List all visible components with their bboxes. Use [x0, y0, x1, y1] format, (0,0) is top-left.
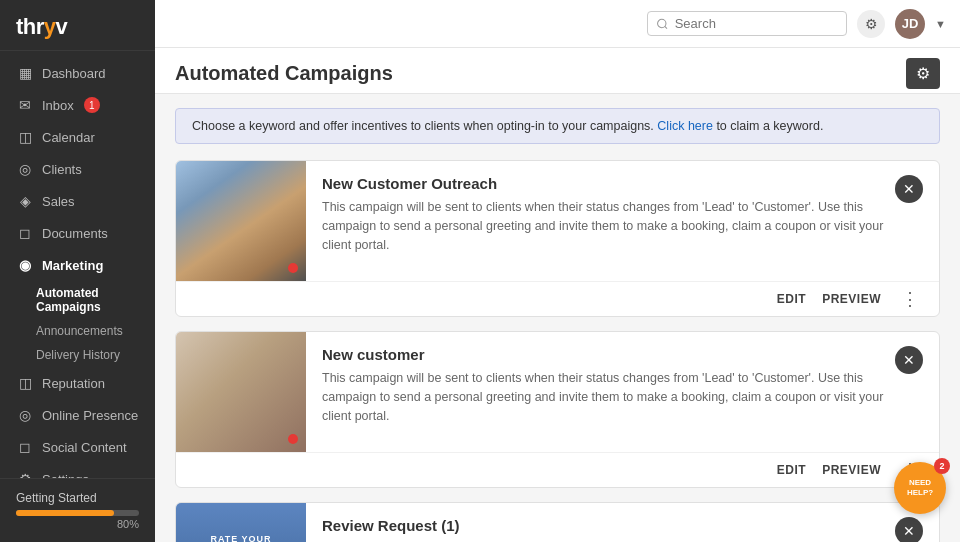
subnav-automated-campaigns[interactable]: Automated Campaigns — [36, 281, 155, 319]
campaign-top-row: New Customer Outreach This campaign will… — [322, 175, 923, 254]
campaign-title: New customer — [322, 346, 885, 363]
marketing-icon: ◉ — [16, 256, 34, 274]
sidebar-item-dashboard[interactable]: ▦ Dashboard — [0, 57, 155, 89]
sidebar-item-label: Sales — [42, 194, 75, 209]
sidebar-item-label: Social Content — [42, 440, 127, 455]
marketing-subnav: Automated Campaigns Announcements Delive… — [0, 281, 155, 367]
sidebar-item-label: Online Presence — [42, 408, 138, 423]
progress-bar-fill — [16, 510, 114, 516]
sidebar-nav: ▦ Dashboard ✉ Inbox 1 ◫ Calendar ◎ Clien… — [0, 51, 155, 478]
sidebar-item-label: Clients — [42, 162, 82, 177]
sidebar-item-label: Reputation — [42, 376, 105, 391]
preview-button[interactable]: PREVIEW — [822, 463, 881, 477]
content-inner: Choose a keyword and offer incentives to… — [155, 108, 960, 542]
online-presence-icon: ◎ — [16, 406, 34, 424]
calendar-icon: ◫ — [16, 128, 34, 146]
campaign-image-grooming — [176, 332, 306, 452]
edit-button[interactable]: EDIT — [777, 463, 806, 477]
campaign-top-row: Review Request (1) This campaign will be… — [322, 517, 923, 542]
clients-icon: ◎ — [16, 160, 34, 178]
search-icon — [656, 17, 669, 31]
page-title: Automated Campaigns — [175, 62, 393, 85]
sidebar-item-settings[interactable]: ⚙ Settings — [0, 463, 155, 478]
campaign-footer: EDIT PREVIEW ⋮ — [176, 281, 939, 316]
campaign-toggle[interactable]: ✕ — [895, 346, 923, 374]
search-box[interactable] — [647, 11, 847, 36]
campaign-info: New customer This campaign will be sent … — [306, 332, 939, 452]
banner-suffix: to claim a keyword. — [713, 119, 823, 133]
content-area: Automated Campaigns ⚙ Choose a keyword a… — [155, 48, 960, 542]
sidebar-item-online-presence[interactable]: ◎ Online Presence — [0, 399, 155, 431]
progress-percentage: 80% — [16, 518, 139, 530]
need-help-button[interactable]: 2 NEEDHELP? — [894, 462, 946, 514]
edit-button[interactable]: EDIT — [777, 292, 806, 306]
campaign-card-new-customer-outreach: New Customer Outreach This campaign will… — [175, 160, 940, 317]
reputation-icon: ◫ — [16, 374, 34, 392]
subnav-delivery-history[interactable]: Delivery History — [36, 343, 155, 367]
sidebar-item-label: Documents — [42, 226, 108, 241]
sidebar-item-documents[interactable]: ◻ Documents — [0, 217, 155, 249]
logo-area: thryv — [0, 0, 155, 51]
campaign-body: New Customer Outreach This campaign will… — [176, 161, 939, 281]
campaign-toggle[interactable]: ✕ — [895, 175, 923, 203]
sidebar-item-sales[interactable]: ◈ Sales — [0, 185, 155, 217]
campaign-body: New customer This campaign will be sent … — [176, 332, 939, 452]
campaign-info: New Customer Outreach This campaign will… — [306, 161, 939, 281]
sidebar-item-clients[interactable]: ◎ Clients — [0, 153, 155, 185]
settings-icon: ⚙ — [16, 470, 34, 478]
campaign-title: New Customer Outreach — [322, 175, 885, 192]
campaign-title: Review Request (1) — [322, 517, 885, 534]
preview-button[interactable]: PREVIEW — [822, 292, 881, 306]
info-banner: Choose a keyword and offer incentives to… — [175, 108, 940, 144]
settings-topbar-button[interactable]: ⚙ — [857, 10, 885, 38]
campaign-body: RATE YOUR EXPERIENCE ★★★★★ Submit Review… — [176, 503, 939, 542]
sidebar-item-inbox[interactable]: ✉ Inbox 1 — [0, 89, 155, 121]
status-dot — [288, 263, 298, 273]
sidebar: thryv ▦ Dashboard ✉ Inbox 1 ◫ Calendar ◎… — [0, 0, 155, 542]
campaign-image-dogs — [176, 161, 306, 281]
dashboard-icon: ▦ — [16, 64, 34, 82]
svg-line-1 — [665, 26, 667, 28]
campaign-card-new-customer: New customer This campaign will be sent … — [175, 331, 940, 488]
documents-icon: ◻ — [16, 224, 34, 242]
rate-title: RATE YOUR EXPERIENCE — [188, 534, 294, 543]
svg-point-0 — [658, 19, 666, 27]
campaign-toggle[interactable]: ✕ — [895, 517, 923, 542]
sidebar-item-label: Marketing — [42, 258, 103, 273]
campaign-image-rate: RATE YOUR EXPERIENCE ★★★★★ Submit — [176, 503, 306, 542]
campaign-card-review-request: RATE YOUR EXPERIENCE ★★★★★ Submit Review… — [175, 502, 940, 542]
avatar[interactable]: JD — [895, 9, 925, 39]
banner-text: Choose a keyword and offer incentives to… — [192, 119, 654, 133]
subnav-announcements[interactable]: Announcements — [36, 319, 155, 343]
thryv-logo: thryv — [16, 14, 139, 40]
sales-icon: ◈ — [16, 192, 34, 210]
sidebar-item-reputation[interactable]: ◫ Reputation — [0, 367, 155, 399]
campaign-info: Review Request (1) This campaign will be… — [306, 503, 939, 542]
inbox-badge: 1 — [84, 97, 100, 113]
need-help-badge: 2 — [934, 458, 950, 474]
social-content-icon: ◻ — [16, 438, 34, 456]
progress-bar-bg — [16, 510, 139, 516]
page-settings-button[interactable]: ⚙ — [906, 58, 940, 89]
inbox-icon: ✉ — [16, 96, 34, 114]
main-content: ⚙ JD ▼ Automated Campaigns ⚙ Choose a ke… — [155, 0, 960, 542]
sidebar-item-calendar[interactable]: ◫ Calendar — [0, 121, 155, 153]
campaign-footer: EDIT PREVIEW ⋮ — [176, 452, 939, 487]
sidebar-item-label: Inbox — [42, 98, 74, 113]
sidebar-item-label: Dashboard — [42, 66, 106, 81]
dropdown-chevron-icon[interactable]: ▼ — [935, 18, 946, 30]
topbar: ⚙ JD ▼ — [155, 0, 960, 48]
sidebar-item-marketing[interactable]: ◉ Marketing — [0, 249, 155, 281]
getting-started-label: Getting Started — [16, 491, 139, 505]
need-help-label: NEEDHELP? — [907, 478, 933, 499]
banner-link[interactable]: Click here — [657, 119, 713, 133]
campaign-top-row: New customer This campaign will be sent … — [322, 346, 923, 425]
sidebar-item-social-content[interactable]: ◻ Social Content — [0, 431, 155, 463]
sidebar-item-label: Calendar — [42, 130, 95, 145]
sidebar-footer: Getting Started 80% — [0, 478, 155, 542]
campaign-description: This campaign will be sent to clients wh… — [322, 198, 885, 254]
more-options-button[interactable]: ⋮ — [897, 290, 923, 308]
campaign-description: This campaign will be sent to clients wh… — [322, 369, 885, 425]
status-dot — [288, 434, 298, 444]
search-input[interactable] — [675, 16, 838, 31]
